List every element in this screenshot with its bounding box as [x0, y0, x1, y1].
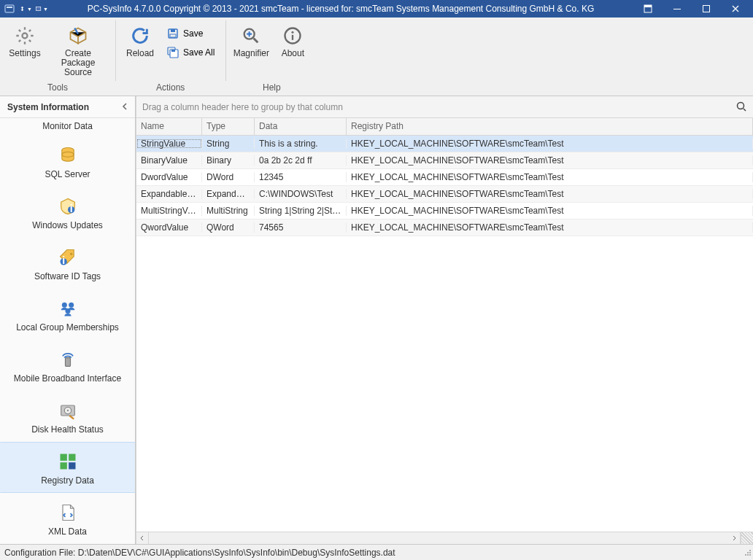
minimize-button[interactable] — [663, 0, 692, 18]
svg-rect-2 — [36, 7, 40, 10]
ribbon-group-label: Tools — [6, 82, 109, 96]
window-menu-button[interactable] — [633, 0, 663, 18]
magnifier-icon — [239, 24, 263, 47]
sidebar-item-label: Software ID Tags — [34, 272, 101, 281]
svg-point-31 — [66, 409, 68, 411]
svg-point-37 — [749, 554, 751, 556]
sidebar-item-local-group-memberships[interactable]: Local Group Memberships — [0, 289, 135, 340]
cell-name: ExpandableValue — [136, 189, 202, 199]
sidebar-item-software-id-tags[interactable]: iSoftware ID Tags — [0, 238, 135, 289]
svg-point-7 — [23, 34, 28, 39]
svg-rect-35 — [69, 462, 75, 469]
sidebar-subtitle: Monitor Data — [0, 118, 135, 136]
sidebar-item-label: Windows Updates — [32, 221, 103, 230]
resize-grip-icon[interactable] — [743, 548, 752, 559]
scroll-left-button[interactable] — [136, 532, 149, 545]
table-row[interactable]: DwordValueDWord12345HKEY_LOCAL_MACHINE\S… — [136, 169, 753, 186]
sidebar-item-label: SQL Server — [45, 170, 90, 179]
create-package-button[interactable]: Create Package Source — [47, 20, 109, 81]
magnifier-button[interactable]: Magnifier — [231, 20, 271, 62]
save-all-button[interactable]: Save All — [162, 44, 220, 61]
svg-point-42 — [749, 550, 751, 551]
cell-path: HKEY_LOCAL_MACHINE\SOFTWARE\smcTeam\Test — [347, 206, 753, 216]
svg-rect-4 — [644, 5, 652, 7]
package-icon — [66, 24, 90, 47]
sidebar-item-icon: i — [56, 195, 80, 218]
cell-name: MultiStringValue — [136, 206, 202, 216]
ribbon-group-label: Actions — [121, 82, 220, 96]
qat-layout-icon[interactable]: ▼ — [19, 2, 32, 15]
svg-text:i: i — [69, 203, 72, 214]
sidebar-item-label: Local Group Memberships — [16, 323, 119, 332]
sidebar-item-registry-data[interactable]: Registry Data — [0, 442, 135, 493]
window-title: PC-SysInfo 4.7.0.0 Copyright © 2013 - 20… — [48, 4, 633, 14]
data-grid: Drag a column header here to group by th… — [136, 96, 753, 544]
column-header-path[interactable]: Registry Path — [347, 118, 753, 135]
svg-point-41 — [747, 552, 749, 553]
qat-app-icon[interactable] — [3, 2, 16, 15]
horizontal-scrollbar[interactable] — [136, 532, 753, 544]
sidebar-item-label: Mobile Broadband Interface — [14, 374, 121, 384]
about-button[interactable]: About — [274, 20, 312, 62]
save-button[interactable]: Save — [162, 25, 220, 42]
svg-rect-17 — [292, 35, 293, 40]
svg-rect-1 — [7, 7, 12, 8]
status-label: Configuration File: — [4, 548, 75, 558]
cell-path: HKEY_LOCAL_MACHINE\SOFTWARE\smcTeam\Test — [347, 222, 753, 233]
svg-rect-28 — [65, 357, 70, 366]
sidebar-title: System Information — [7, 102, 89, 112]
maximize-button[interactable] — [692, 0, 721, 18]
cell-data: 74565 — [255, 222, 347, 233]
qat-color-icon[interactable]: ▼ — [35, 2, 48, 15]
svg-point-25 — [61, 302, 66, 307]
settings-button[interactable]: Settings — [6, 20, 44, 62]
group-panel[interactable]: Drag a column header here to group by th… — [136, 96, 753, 118]
save-icon — [167, 28, 179, 39]
sidebar-item-disk-health-status[interactable]: Disk Health Status — [0, 391, 135, 442]
svg-point-38 — [747, 554, 749, 556]
cell-type: MultiString — [202, 206, 255, 216]
cell-type: QWord — [202, 222, 255, 233]
column-header-type[interactable]: Type — [202, 118, 255, 135]
ribbon-group-help: Magnifier About Help — [225, 18, 317, 96]
sidebar-item-xml-data[interactable]: XML Data — [0, 493, 135, 544]
svg-rect-34 — [60, 462, 66, 469]
table-row[interactable]: BinaryValueBinary0a 2b 2c 2d ffHKEY_LOCA… — [136, 152, 753, 169]
svg-text:i: i — [62, 254, 65, 266]
grid-search-button[interactable] — [735, 101, 747, 114]
cell-path: HKEY_LOCAL_MACHINE\SOFTWARE\smcTeam\Test — [347, 139, 753, 149]
cell-path: HKEY_LOCAL_MACHINE\SOFTWARE\smcTeam\Test — [347, 172, 753, 182]
sidebar-item-icon — [56, 501, 80, 524]
svg-point-26 — [69, 302, 74, 307]
sidebar-item-sql-server[interactable]: SQL Server — [0, 136, 135, 187]
cell-path: HKEY_LOCAL_MACHINE\SOFTWARE\smcTeam\Test — [347, 189, 753, 199]
cell-type: DWord — [202, 172, 255, 182]
statusbar: Configuration File: D:\Daten\DEV\C#\GUIA… — [0, 544, 753, 560]
sidebar-item-windows-updates[interactable]: iWindows Updates — [0, 187, 135, 238]
svg-point-39 — [749, 552, 751, 553]
cell-type: String — [202, 139, 255, 149]
close-button[interactable] — [721, 0, 750, 18]
gear-icon — [13, 24, 36, 47]
reload-button[interactable]: Reload — [121, 20, 159, 62]
sidebar-item-label: Registry Data — [41, 476, 94, 486]
table-row[interactable]: QwordValueQWord74565HKEY_LOCAL_MACHINE\S… — [136, 219, 753, 236]
sidebar-collapse-button[interactable] — [119, 101, 131, 112]
column-header-name[interactable]: Name — [136, 118, 202, 135]
svg-rect-33 — [69, 454, 75, 460]
svg-rect-0 — [5, 5, 14, 12]
svg-rect-10 — [170, 34, 176, 37]
cell-data: 0a 2b 2c 2d ff — [255, 155, 347, 166]
table-row[interactable]: MultiStringValueMultiStringString 1|Stri… — [136, 203, 753, 219]
sidebar-item-label: XML Data — [48, 527, 87, 537]
sidebar-item-mobile-broadband-interface[interactable]: Mobile Broadband Interface — [0, 340, 135, 391]
table-row[interactable]: StringValueStringThis is a string.HKEY_L… — [136, 136, 753, 152]
ribbon-group-tools: Settings Create Package Source Tools — [0, 18, 115, 96]
svg-point-36 — [738, 103, 744, 109]
column-header-data[interactable]: Data — [255, 118, 347, 135]
ribbon-group-label: Help — [231, 82, 312, 96]
scroll-right-button[interactable] — [728, 532, 741, 545]
sidebar-item-icon — [56, 450, 80, 473]
table-row[interactable]: ExpandableValueExpandStringC:\WINDOWS\Te… — [136, 186, 753, 203]
cell-type: ExpandString — [202, 189, 255, 199]
